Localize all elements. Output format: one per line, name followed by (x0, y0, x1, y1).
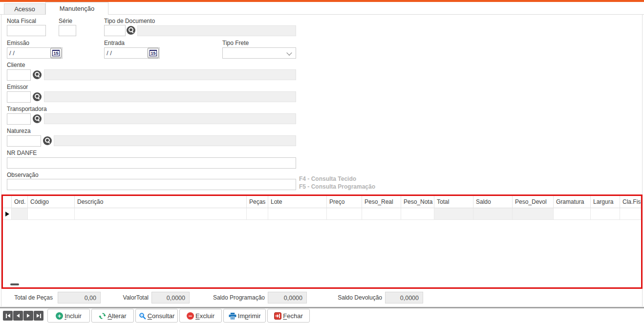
natureza-description-field (54, 135, 296, 146)
hint-f5-consulta-programacao: F5 - Consulta Programação (299, 183, 375, 190)
grid-indicator-header (3, 196, 12, 208)
nav-prior-button[interactable] (13, 311, 23, 321)
consultar-button-label: Consultar (148, 312, 175, 320)
grid-cell-ord[interactable] (12, 208, 28, 220)
nr-danfe-label: NR DANFE (7, 150, 37, 156)
cliente-description-field (44, 69, 296, 80)
total-valor-total-value: 0,0000 (151, 292, 190, 303)
first-icon (7, 314, 10, 318)
consultar-button[interactable]: Consultar (135, 309, 178, 323)
grid-cell-pe-as[interactable] (247, 208, 268, 220)
tipo-documento-label: Tipo de Documento (104, 18, 155, 24)
cliente-code-input[interactable] (7, 69, 31, 81)
nav-last-button[interactable] (34, 311, 43, 321)
excluir-button-label: Excluir (195, 312, 215, 320)
grid-header-row: Ord.CódigoDescriçãoPeçasLotePreçoPeso_Re… (3, 196, 641, 208)
alterar-button-label: Alterar (107, 312, 126, 320)
emissao-calendar-icon[interactable]: 15 (50, 48, 62, 58)
transportadora-search-icon[interactable] (33, 114, 42, 123)
nota-fiscal-input[interactable] (7, 25, 46, 36)
grid-cell-saldo[interactable] (473, 208, 513, 220)
grid-column-header-ord: Ord. (12, 196, 28, 208)
grid-cell-gramatura[interactable] (554, 208, 591, 220)
incluir-button[interactable]: +Incluir (47, 309, 90, 323)
next-icon (27, 314, 30, 318)
nr-danfe-input[interactable] (7, 157, 296, 169)
entrada-calendar-icon[interactable]: 15 (148, 48, 159, 58)
grid-column-header-peso-nota: Peso_Nota (401, 196, 434, 208)
first-icon (6, 314, 7, 318)
fechar-button[interactable]: Fechar (267, 309, 310, 323)
total-saldo-programacao-label: Saldo Programação (208, 294, 265, 301)
bottom-divider (0, 307, 644, 308)
transportadora-label: Transportadora (7, 106, 47, 112)
transportadora-description-field (44, 113, 296, 124)
transportadora-code-input[interactable] (7, 113, 31, 125)
emissor-search-icon[interactable] (33, 92, 42, 101)
grid-column-header-cla-fis: Cla.Fis. (620, 196, 641, 208)
incluir-button-label: Incluir (64, 312, 82, 320)
minus-circle-icon: − (187, 312, 194, 320)
natureza-search-icon[interactable] (43, 136, 52, 145)
tipo-frete-label: Tipo Frete (222, 40, 249, 46)
cliente-search-icon[interactable] (33, 70, 42, 79)
grid-horizontal-scrollbar[interactable] (10, 283, 19, 285)
grid-cell-peso-devol[interactable] (513, 208, 554, 220)
plus-circle-icon: + (56, 312, 63, 320)
total-valor-total-label: ValorTotal (108, 294, 149, 301)
imprimir-button-label: Imprimir (238, 312, 261, 320)
emissor-label: Emissor (7, 84, 28, 90)
grid-column-header-gramatura: Gramatura (554, 196, 591, 208)
grid-cell-peso-nota[interactable] (401, 208, 434, 220)
tab-acesso[interactable]: Acesso (4, 3, 45, 15)
tipo-frete-select[interactable] (222, 47, 296, 59)
grid-cell-peso-real[interactable] (362, 208, 401, 220)
tipo-documento-search-icon[interactable] (127, 26, 135, 35)
last-icon (40, 314, 41, 318)
exit-icon (274, 312, 281, 320)
observacao-input[interactable] (7, 179, 296, 190)
grid-cell-cla-fis[interactable] (620, 208, 641, 220)
calendar-glyph: 15 (52, 50, 59, 56)
grid-cell-lote[interactable] (268, 208, 327, 220)
serie-input[interactable] (59, 25, 76, 36)
emissao-label: Emissão (7, 40, 29, 46)
grid-column-header-lote: Lote (268, 196, 327, 208)
grid-cell-c-digo[interactable] (28, 208, 75, 220)
grid-column-header-saldo: Saldo (473, 196, 513, 208)
total-saldo-devolucao-label: Saldo Devolução (324, 294, 382, 301)
nota-fiscal-label: Nota Fiscal (7, 18, 36, 24)
natureza-code-input[interactable] (7, 135, 41, 147)
grid-column-header-largura: Largura (591, 196, 620, 208)
grid-cell-total[interactable] (434, 208, 473, 220)
imprimir-button[interactable]: Imprimir (223, 309, 266, 323)
grid-cell-descri-o[interactable] (75, 208, 247, 220)
prior-icon (17, 314, 20, 318)
grid-cell-pre-o[interactable] (327, 208, 362, 220)
tipo-documento-code-input[interactable] (104, 25, 126, 36)
fechar-button-label: Fechar (283, 312, 302, 320)
total-total-de-pecas-value: 0,00 (58, 292, 101, 303)
calendar-glyph: 15 (150, 50, 156, 56)
last-icon (37, 314, 40, 318)
emissor-description-field (44, 91, 296, 102)
observacao-label: Observação (7, 172, 39, 178)
grid-column-header-total: Total (434, 196, 473, 208)
nav-next-button[interactable] (23, 311, 33, 321)
items-grid[interactable]: Ord.CódigoDescriçãoPeçasLotePreçoPeso_Re… (1, 194, 643, 289)
excluir-button[interactable]: −Excluir (179, 309, 222, 323)
emissor-code-input[interactable] (7, 91, 31, 103)
grid-rows (3, 208, 641, 220)
grid-column-header-peso-real: Peso_Real (362, 196, 401, 208)
nav-first-button[interactable] (3, 311, 13, 321)
chevron-down-icon (286, 50, 292, 55)
hint-f4-consulta-tecido: F4 - Consulta Tecido (299, 175, 356, 182)
grid-cell-largura[interactable] (591, 208, 620, 220)
entrada-label: Entrada (104, 40, 125, 46)
natureza-label: Natureza (7, 128, 31, 134)
total-saldo-programacao-value: 0,0000 (268, 292, 307, 303)
total-total-de-pecas-label: Total de Peças (9, 294, 53, 301)
tab-manutencao[interactable]: Manutenção (45, 2, 108, 15)
alterar-button[interactable]: Alterar (91, 309, 134, 323)
tipo-documento-description-field (137, 25, 296, 36)
